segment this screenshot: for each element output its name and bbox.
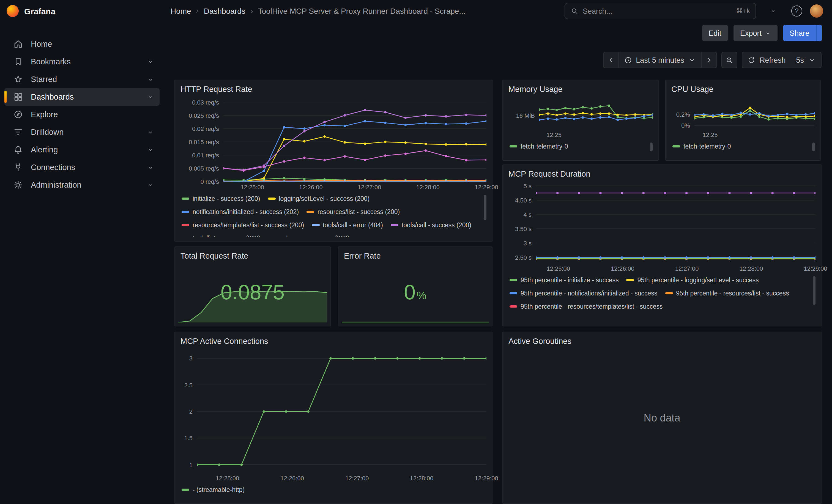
chart-canvas[interactable] (342, 308, 489, 322)
legend-item[interactable]: tools/list - success (200) (182, 233, 261, 237)
legend-item[interactable]: 95th percentile - resources/templates/li… (510, 301, 662, 312)
legend-label: notifications/initialized - success (202… (192, 209, 299, 215)
y-tick-label: 3 s (524, 240, 531, 246)
chevron-down-icon[interactable] (147, 93, 154, 100)
plot-area[interactable] (342, 308, 489, 322)
sidebar-nav: HomeBookmarksStarredDashboardsExploreDri… (0, 22, 165, 504)
chevron-down-icon[interactable] (147, 146, 154, 153)
x-tick-label: 12:26:00 (299, 184, 323, 190)
share-menu-button[interactable] (816, 25, 822, 41)
sidebar-item-administration[interactable]: Administration (4, 176, 160, 194)
breadcrumb-item[interactable]: Home (171, 7, 191, 16)
time-back-button[interactable] (603, 52, 619, 68)
legend-scrollbar[interactable] (813, 276, 815, 305)
legend-scrollbar[interactable] (484, 195, 487, 220)
refresh-button[interactable]: Refresh (742, 52, 791, 68)
legend-item[interactable]: initialize - success (200) (182, 194, 260, 204)
legend-item[interactable]: 95th percentile - resources/list - succe… (665, 288, 789, 298)
chart-canvas[interactable] (178, 287, 327, 322)
legend-scrollbar[interactable] (650, 142, 653, 151)
help-button[interactable]: ? (789, 3, 805, 19)
panel-title[interactable]: HTTP Request Rate (181, 85, 487, 94)
sidebar-item-explore[interactable]: Explore (4, 106, 160, 123)
zoom-out-button[interactable] (722, 52, 738, 68)
chevron-down-icon[interactable] (147, 164, 154, 171)
dashboard-canvas: Last 5 minutes Refresh 5s HTTP Request R… (165, 44, 832, 504)
error-rate-sparkline[interactable] (342, 308, 489, 322)
legend-item[interactable]: unknown - success (200) (268, 233, 350, 237)
edit-button[interactable]: Edit (702, 25, 728, 41)
breadcrumb-item[interactable]: Dashboards (204, 7, 245, 16)
share-split-button: Share (783, 25, 822, 41)
plot-area[interactable] (178, 287, 327, 322)
time-range-picker[interactable]: Last 5 minutes (619, 52, 702, 68)
chart-canvas[interactable] (539, 97, 653, 129)
legend-item[interactable]: 95th percentile - logging/setLevel - suc… (626, 275, 759, 285)
y-tick-label: 1 (189, 461, 192, 468)
legend-scrollbar[interactable] (812, 142, 815, 151)
http-request-rate-chart[interactable]: 0.03 req/s0.025 req/s0.02 req/s0.015 req… (181, 97, 487, 191)
sidebar-item-alerting[interactable]: Alerting (4, 141, 160, 158)
grafana-logo[interactable] (7, 5, 19, 17)
add-button[interactable] (761, 3, 784, 19)
favorite-star-button[interactable] (681, 25, 696, 41)
x-tick-label: 12:29:00 (475, 184, 498, 190)
cpu-usage-chart[interactable]: 0.2%0% 12:25 (671, 97, 815, 139)
avatar[interactable] (810, 4, 823, 18)
sidebar-toggle-icon[interactable] (150, 3, 165, 19)
chart-canvas[interactable] (197, 349, 487, 473)
sidebar-item-label: Explore (31, 110, 154, 119)
chart-canvas[interactable] (695, 97, 815, 129)
export-button[interactable]: Export (733, 25, 778, 41)
sidebar-item-home[interactable]: Home (4, 35, 160, 53)
panel-title[interactable]: CPU Usage (671, 85, 815, 94)
panel-title[interactable]: MCP Request Duration (509, 169, 815, 178)
memory-usage-chart[interactable]: 16 MiB 12:25 (509, 97, 653, 139)
legend-item[interactable]: logging/setLevel - success (200) (268, 194, 369, 204)
legend-label: tools/call - error (404) (323, 222, 383, 228)
panel-title[interactable]: MCP Active Connections (181, 337, 487, 346)
chevron-down-icon[interactable] (147, 76, 154, 83)
mcp-request-duration-chart[interactable]: 5 s4.50 s4 s3.50 s3 s2.50 s 12:25:0012:2… (509, 182, 815, 273)
sidebar-item-starred[interactable]: Starred (4, 71, 160, 88)
legend-item[interactable]: 95th percentile - initialize - success (510, 275, 619, 285)
sidebar-item-connections[interactable]: Connections (4, 158, 160, 176)
refresh-interval-picker[interactable]: 5s (791, 52, 822, 68)
sidebar-item-drilldown[interactable]: Drilldown (4, 123, 160, 141)
legend-item[interactable]: resources/list - success (200) (307, 207, 400, 217)
star-icon (13, 74, 24, 84)
legend-item[interactable]: - (streamable-http) (182, 485, 244, 495)
chevron-down-icon[interactable] (147, 58, 154, 65)
legend-item[interactable]: tools/call - success (200) (391, 220, 471, 230)
panel-title[interactable]: Error Rate (344, 251, 487, 260)
chart-canvas[interactable] (224, 97, 487, 182)
plot-area[interactable] (695, 97, 815, 129)
legend-item[interactable]: fetch-telemetry-0 (672, 141, 731, 151)
sidebar-item-bookmarks[interactable]: Bookmarks (4, 53, 160, 71)
time-forward-button[interactable] (702, 52, 717, 68)
legend-item[interactable]: notifications/initialized - success (202… (182, 207, 299, 217)
plot-area[interactable] (539, 97, 653, 129)
plot-area[interactable] (224, 97, 487, 182)
total-request-rate-sparkline[interactable] (178, 287, 327, 322)
chevron-down-icon[interactable] (147, 181, 154, 188)
panel-title[interactable]: Memory Usage (509, 85, 653, 94)
share-button[interactable]: Share (783, 25, 816, 41)
legend-item[interactable]: 95th percentile - notifications/initiali… (510, 288, 657, 298)
chevron-down-icon[interactable] (147, 129, 154, 136)
legend-item[interactable]: tools/call - error (404) (312, 220, 383, 230)
legend-label: initialize - success (200) (192, 195, 260, 202)
mcp-active-connections-chart[interactable]: 32.521.51 12:25:0012:26:0012:27:0012:28:… (181, 349, 487, 482)
plot-area[interactable] (197, 349, 487, 473)
search-input[interactable]: Search... ⌘+k (565, 3, 756, 19)
legend-label: fetch-telemetry-0 (521, 143, 568, 150)
sidebar-item-dashboards[interactable]: Dashboards (4, 88, 160, 106)
panel-title[interactable]: Total Request Rate (181, 251, 324, 260)
angle-right-icon (705, 56, 713, 64)
x-tick-label: 12:28:00 (410, 475, 434, 481)
legend-item[interactable]: fetch-telemetry-0 (510, 141, 568, 151)
plot-area[interactable] (536, 182, 815, 263)
legend-item[interactable]: resources/templates/list - success (200) (182, 220, 304, 230)
chart-canvas[interactable] (536, 182, 815, 263)
memory-legend: fetch-telemetry-0 (509, 141, 653, 156)
